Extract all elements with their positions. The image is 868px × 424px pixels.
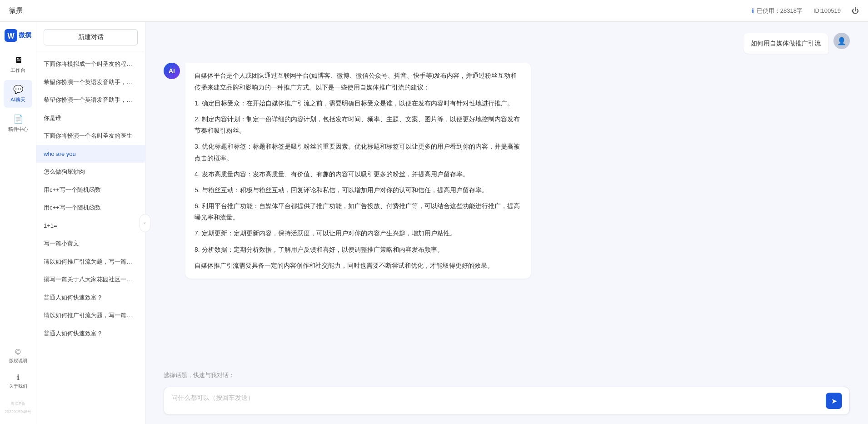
new-chat-button[interactable]: 新建对话: [44, 29, 138, 45]
sidebar-collapse-button[interactable]: ‹: [140, 214, 150, 232]
chat-messages: 如何用自媒体做推广引流 👤 AI 自媒体平台是个人或团队通过互联网平台(如博客、…: [145, 22, 868, 368]
history-item[interactable]: who are you: [36, 145, 145, 163]
history-item[interactable]: 下面你将模拟成一个叫圣友的程序员，我说...: [36, 55, 145, 73]
history-item[interactable]: 请以如何推广引流为题，写一篇大纲: [36, 253, 145, 271]
history-item[interactable]: 你是谁: [36, 109, 145, 127]
history-item[interactable]: 下面你将扮演一个名叫圣友的医生: [36, 127, 145, 145]
workbench-label: 工作台: [10, 67, 25, 74]
user-avatar: 👤: [833, 33, 850, 49]
info-icon: ℹ: [752, 7, 754, 15]
workbench-icon: 🖥: [14, 55, 22, 65]
history-item[interactable]: 撰写一篇关于八大家花园社区一刻钟便民生...: [36, 270, 145, 289]
sidebar-item-drafts[interactable]: 📄 稿件中心: [4, 110, 32, 137]
history-item[interactable]: 用c++写一个随机函数: [36, 181, 145, 199]
ai-paragraph: 5. 与粉丝互动：积极与粉丝互动，回复评论和私信，可以增加用户对你的认可和信任，…: [195, 185, 522, 196]
about-item[interactable]: ℹ 关于我们: [4, 369, 32, 393]
copyright-icon: ©: [15, 348, 21, 356]
history-item[interactable]: 希望你扮演一个英语发音助手，我提供给你...: [36, 91, 145, 109]
topbar: 微撰 ℹ 已使用：28318字 ID:100519 ⏻: [0, 0, 868, 22]
about-label: 关于我们: [9, 383, 27, 389]
ai-message: AI 自媒体平台是个人或团队通过互联网平台(如博客、微博、微信公众号、抖音、快手…: [164, 63, 850, 279]
sidebar-item-ai-chat[interactable]: 💬 AI聊天: [4, 80, 32, 108]
ai-bubble: 自媒体平台是个人或团队通过互联网平台(如博客、微博、微信公众号、抖音、快手等)发…: [185, 63, 531, 279]
ai-paragraph: 3. 优化标题和标签：标题和标签是吸引粉丝的重要因素。优化标题和标签可以让更多的…: [195, 141, 522, 164]
drafts-label: 稿件中心: [8, 126, 28, 133]
history-item[interactable]: 写一篇小黄文: [36, 234, 145, 253]
history-item[interactable]: 1+1=: [36, 217, 145, 235]
copyright-item[interactable]: © 版权说明: [4, 344, 32, 368]
nav-items: 🖥 工作台 💬 AI聊天 📄 稿件中心: [0, 51, 36, 344]
drafts-icon: 📄: [13, 114, 23, 124]
ai-paragraph: 8. 分析数据：定期分析数据，了解用户反馈和喜好，以便调整推广策略和内容发布频率…: [195, 244, 522, 255]
icp-text: 粤ICP备2022015948号: [5, 401, 31, 414]
sidebar-nav: W 微撰 🖥 工作台 💬 AI聊天 📄 稿件中心 © 版权说明: [0, 22, 36, 424]
quick-topics-label: 选择话题，快速与我对话：: [164, 372, 234, 379]
ai-paragraph: 自媒体平台是个人或团队通过互联网平台(如博客、微博、微信公众号、抖音、快手等)发…: [195, 70, 522, 93]
brand-logo: W 微撰: [5, 29, 32, 42]
chat-input-area: ➤: [145, 381, 868, 424]
send-button[interactable]: ➤: [826, 393, 842, 409]
ai-avatar: AI: [164, 63, 180, 79]
ai-paragraph: 7. 定期更新：定期更新内容，保持活跃度，可以让用户对你的内容产生兴趣，增加用户…: [195, 228, 522, 239]
history-item[interactable]: 请以如何推广引流为题，写一篇大纲: [36, 306, 145, 324]
main-content: 如何用自媒体做推广引流 👤 AI 自媒体平台是个人或团队通过互联网平台(如博客、…: [145, 22, 868, 424]
ai-paragraph: 1. 确定目标受众：在开始自媒体推广引流之前，需要明确目标受众是谁，以便在发布内…: [195, 98, 522, 109]
power-button[interactable]: ⏻: [852, 7, 859, 15]
id-text: ID:100519: [813, 7, 841, 14]
user-bubble: 如何用自媒体做推广引流: [743, 33, 828, 54]
history-item[interactable]: 普通人如何快速致富？: [36, 289, 145, 307]
topbar-usage: ℹ 已使用：28318字: [752, 7, 803, 15]
brand-name: 微撰: [19, 31, 31, 40]
history-list: 下面你将模拟成一个叫圣友的程序员，我说...希望你扮演一个英语发音助手，我提供给…: [36, 51, 145, 424]
chat-input[interactable]: [171, 393, 820, 409]
about-icon: ℹ: [17, 373, 20, 382]
history-item[interactable]: 希望你扮演一个英语发音助手，我提供给你...: [36, 73, 145, 91]
ai-chat-label: AI聊天: [10, 96, 25, 103]
history-header: 新建对话: [36, 22, 145, 51]
ai-paragraph: 2. 制定内容计划：制定一份详细的内容计划，包括发布时间、频率、主题、文案、图片…: [195, 114, 522, 136]
topbar-title: 微撰: [9, 6, 23, 15]
sidebar-history: 新建对话 下面你将模拟成一个叫圣友的程序员，我说...希望你扮演一个英语发音助手…: [36, 22, 145, 424]
ai-paragraph: 自媒体推广引流需要具备一定的内容创作和社交能力，同时也需要不断尝试和优化，才能取…: [195, 260, 522, 271]
quick-topics: 选择话题，快速与我对话：: [145, 368, 868, 381]
send-icon: ➤: [831, 397, 837, 405]
sidebar-item-workbench[interactable]: 🖥 工作台: [4, 51, 32, 78]
w-icon: W: [5, 29, 17, 42]
history-item[interactable]: 普通人如何快速致富？: [36, 324, 145, 343]
history-item[interactable]: 怎么做狗屎炒肉: [36, 163, 145, 181]
app-body: W 微撰 🖥 工作台 💬 AI聊天 📄 稿件中心 © 版权说明: [0, 22, 868, 424]
svg-text:W: W: [7, 32, 15, 40]
user-message: 如何用自媒体做推广引流 👤: [164, 33, 850, 54]
copyright-label: 版权说明: [9, 358, 27, 364]
usage-text: 已使用：28318字: [757, 7, 803, 15]
ai-paragraph: 6. 利用平台推广功能：自媒体平台都提供了推广功能，如广告投放、付费推广等，可以…: [195, 200, 522, 223]
history-item[interactable]: 用c++写一个随机函数: [36, 199, 145, 217]
chat-input-wrapper: ➤: [164, 387, 850, 415]
topbar-right: ℹ 已使用：28318字 ID:100519 ⏻: [752, 7, 859, 15]
ai-chat-icon: 💬: [13, 85, 23, 95]
nav-bottom: © 版权说明 ℹ 关于我们 粤ICP备2022015948号: [0, 344, 36, 424]
ai-paragraph: 4. 发布高质量内容：发布高质量、有价值、有趣的内容可以吸引更多的粉丝，并提高用…: [195, 169, 522, 180]
